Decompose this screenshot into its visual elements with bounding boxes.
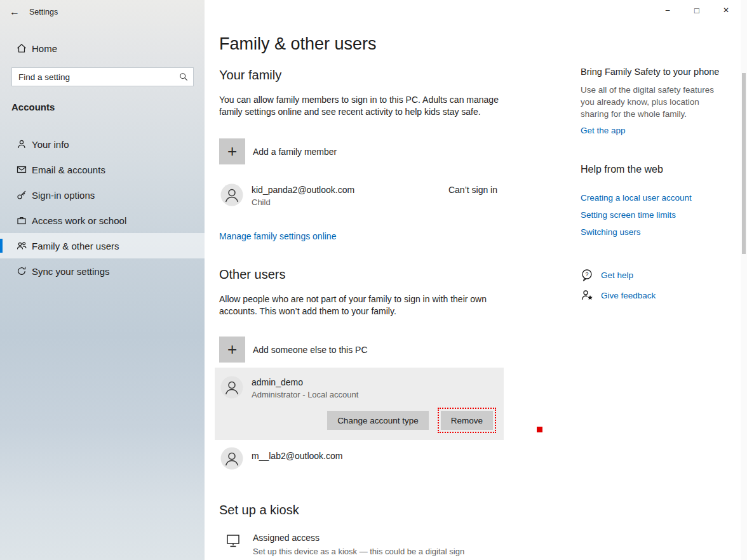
app-title: Settings — [29, 8, 58, 17]
add-someone-else-button[interactable]: + Add someone else to this PC — [219, 337, 508, 363]
your-family-heading: Your family — [219, 68, 508, 83]
person-icon — [17, 139, 27, 149]
feedback-icon — [581, 289, 593, 302]
other-users-heading: Other users — [219, 267, 508, 282]
annotation-dot — [537, 427, 542, 432]
help-from-web-heading: Help from the web — [581, 164, 741, 175]
sidebar-item-label: Your info — [32, 139, 69, 150]
get-the-app-link[interactable]: Get the app — [581, 126, 626, 135]
give-feedback-label: Give feedback — [601, 291, 656, 300]
give-feedback-item[interactable]: Give feedback — [581, 289, 741, 302]
sidebar-section-accounts: Accounts — [11, 102, 55, 112]
sidebar-item-your-info[interactable]: Your info — [0, 131, 205, 157]
sidebar-item-label: Email & accounts — [32, 164, 105, 175]
scrollbar-thumb[interactable] — [742, 73, 746, 254]
titlebar: ← Settings — [0, 0, 205, 24]
window-controls: – □ ✕ — [653, 0, 741, 20]
member-status: Can’t sign in — [448, 185, 497, 195]
avatar — [220, 376, 243, 399]
envelope-icon — [17, 164, 27, 175]
get-help-label: Get help — [601, 270, 633, 280]
sidebar-item-email-accounts[interactable]: Email & accounts — [0, 157, 205, 182]
assigned-access-item[interactable]: Assigned access Set up this device as a … — [219, 533, 508, 556]
page-title: Family & other users — [219, 34, 508, 54]
scrollbar-track — [741, 0, 747, 560]
family-icon — [17, 241, 27, 251]
search-box[interactable] — [11, 67, 194, 86]
minimize-icon: – — [666, 6, 670, 15]
user-row-admin-demo[interactable]: admin_demo Administrator - Local account… — [215, 368, 504, 440]
sidebar-item-sync-settings[interactable]: Sync your settings — [0, 258, 205, 284]
get-help-item[interactable]: ? Get help — [581, 269, 741, 281]
change-account-type-button[interactable]: Change account type — [327, 411, 429, 430]
sidebar-nav: Your info Email & accounts Sign-in optio… — [0, 131, 205, 284]
user-row-m-lab2[interactable]: m__lab2@outlook.com — [215, 442, 504, 475]
user-name: m__lab2@outlook.com — [252, 447, 342, 461]
manage-family-settings-link[interactable]: Manage family settings online — [219, 231, 336, 241]
add-family-member-button[interactable]: + Add a family member — [219, 138, 508, 164]
remove-annotation-box: Remove — [438, 408, 496, 433]
member-role: Child — [252, 197, 354, 207]
promo-description: Use all of the digital safety features y… — [581, 84, 729, 120]
search-icon — [174, 68, 193, 86]
member-email: kid_panda2@outlook.com — [252, 185, 354, 195]
add-family-member-label: Add a family member — [253, 147, 337, 157]
sync-icon — [17, 266, 27, 276]
sidebar-item-sign-in-options[interactable]: Sign-in options — [0, 182, 205, 208]
back-icon: ← — [10, 6, 20, 18]
help-link-switching-users[interactable]: Switching users — [581, 223, 741, 241]
avatar — [220, 447, 243, 470]
sidebar-item-family-other-users[interactable]: Family & other users — [0, 233, 205, 258]
home-label: Home — [32, 43, 57, 54]
kiosk-heading: Set up a kiosk — [219, 503, 508, 517]
promo-title: Bring Family Safety to your phone — [581, 66, 741, 78]
search-input[interactable] — [12, 68, 174, 86]
kiosk-icon — [225, 533, 241, 548]
svg-text:?: ? — [585, 271, 588, 277]
user-name: admin_demo — [252, 377, 358, 387]
sidebar-item-label: Family & other users — [32, 241, 119, 251]
sidebar-item-home[interactable]: Home — [0, 36, 205, 60]
assigned-access-description: Set up this device as a kiosk — this cou… — [253, 547, 464, 556]
home-icon — [17, 43, 27, 53]
your-family-description: You can allow family members to sign in … — [219, 94, 508, 118]
maximize-button[interactable]: □ — [682, 0, 711, 20]
assigned-access-title: Assigned access — [253, 533, 464, 543]
maximize-icon: □ — [694, 6, 699, 15]
minimize-button[interactable]: – — [653, 0, 682, 20]
add-someone-else-label: Add someone else to this PC — [253, 345, 368, 355]
close-button[interactable]: ✕ — [711, 0, 741, 20]
help-panel: Bring Family Safety to your phone Use al… — [581, 0, 741, 302]
avatar — [220, 183, 243, 206]
briefcase-icon — [17, 215, 27, 225]
user-detail: Administrator - Local account — [252, 390, 358, 399]
help-link-screen-time[interactable]: Setting screen time limits — [581, 206, 741, 223]
remove-button[interactable]: Remove — [441, 411, 493, 430]
help-link-local-account[interactable]: Creating a local user account — [581, 189, 741, 206]
sidebar-item-label: Sync your settings — [32, 266, 110, 277]
sidebar-item-label: Access work or school — [32, 215, 126, 226]
close-icon: ✕ — [723, 6, 729, 15]
sidebar-item-label: Sign-in options — [32, 190, 95, 201]
key-icon — [17, 190, 27, 200]
add-icon: + — [219, 138, 245, 164]
get-help-icon: ? — [581, 269, 593, 281]
add-icon: + — [219, 337, 245, 363]
family-member-row[interactable]: kid_panda2@outlook.com Child Can’t sign … — [215, 178, 504, 212]
help-links: Creating a local user account Setting sc… — [581, 189, 741, 241]
back-button[interactable]: ← — [0, 0, 29, 24]
other-users-description: Allow people who are not part of your fa… — [219, 293, 508, 317]
settings-sidebar: ← Settings Home Accounts Your info — [0, 0, 205, 560]
sidebar-item-access-work-school[interactable]: Access work or school — [0, 208, 205, 233]
